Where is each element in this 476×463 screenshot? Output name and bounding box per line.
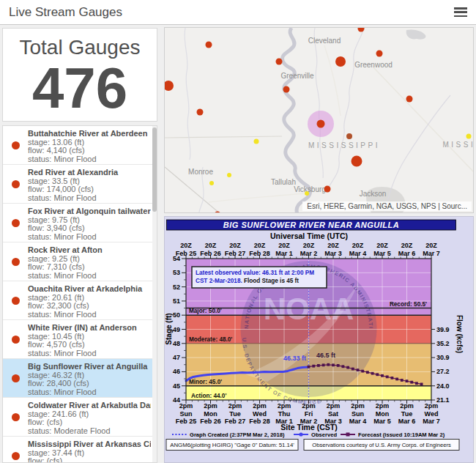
map-gauge-dot[interactable] [215,212,221,214]
map-gauge-dot[interactable] [352,156,362,167]
svg-text:Feb 28: Feb 28 [249,418,270,425]
gauge-item-text: Red River at Alexandria [28,168,151,177]
svg-text:Fri: Fri [305,410,313,418]
forecast-marker [386,375,389,378]
svg-text:Mar 4: Mar 4 [349,418,367,425]
svg-text:Mar 6: Mar 6 [398,418,416,425]
svg-text:2pm: 2pm [327,402,341,410]
gauge-item-text: stage: 20.61 (ft) [28,294,151,303]
map-gauge-dot[interactable] [206,42,212,48]
map-gauge-dot[interactable] [317,120,325,128]
svg-text:Mon: Mon [204,410,217,418]
gauge-list-item[interactable]: Mississippi River at Arkansas Citystage:… [3,437,157,463]
svg-text:Mar 6: Mar 6 [398,250,416,257]
gauge-list-item[interactable]: White River (IN) at Andersonstage: 10.45… [3,320,157,359]
gauge-item-text: Fox River at Algonquin tailwater [28,207,151,216]
forecast-marker [342,365,345,368]
map-canvas[interactable]: ClevelandGreenvilleGreenwoodMISSISSIPPIM… [165,28,474,213]
flood-zone-label: Major: 50.0' [189,308,222,314]
svg-text:20Z: 20Z [229,242,241,249]
map-gauge-dot[interactable] [376,51,383,57]
gauge-item-text: flow: 174,000 (cfs) [28,185,151,194]
gauge-item-text: status: Minor Flood [28,272,151,281]
map-attribution[interactable]: Esri, HERE, Garmin, NGA, USGS, NPS | Sou… [302,201,472,211]
svg-text:Mar 4: Mar 4 [349,250,367,257]
forecast-marker [420,382,423,385]
map-gauge-dot[interactable] [335,56,346,67]
gauge-list-item[interactable]: Coldwater River at Arkabutla Damstage: 2… [3,398,157,437]
forecast-marker [395,378,398,381]
map-gauge-dot[interactable] [227,173,231,177]
svg-text:21.1: 21.1 [436,396,450,404]
svg-text:Thu: Thu [278,410,291,418]
map-gauge-dot[interactable] [197,109,204,116]
forecast-marker [327,363,330,366]
svg-text:Feb 27: Feb 27 [225,250,246,257]
gauge-item-text: flow: 4,570 (cfs) [28,341,151,349]
gauge-item-text: stage: 9.75 (ft) [28,216,151,225]
svg-text:20Z: 20Z [205,242,217,249]
svg-text:Mar 7: Mar 7 [423,418,440,425]
map-place-label: Tallulah [271,178,296,186]
gage-datum-text: ANGM6(plotting HGIRG) "Gage 0" Datum: 51… [170,442,294,448]
gauge-list-item[interactable]: Fox River at Algonquin tailwaterstage: 9… [3,204,157,242]
gauge-list: Buttahatchie River at Aberdeenstage: 13.… [2,125,157,463]
svg-text:49: 49 [173,326,180,333]
svg-text:Tue: Tue [229,410,240,418]
svg-text:Feb 26: Feb 26 [200,250,221,257]
svg-text:Tue: Tue [401,410,412,418]
gauge-item-text: flow: 3,940 (cfs) [28,224,151,233]
forecast-marker [366,371,369,374]
gauge-list-item[interactable]: Big Sunflower River at Anguillastage: 46… [3,359,157,398]
svg-text:Mar 1: Mar 1 [275,250,293,257]
map-gauge-dot[interactable] [346,133,352,139]
gauge-list-item[interactable]: Ouachita River at Arkadelphiastage: 20.6… [3,281,157,320]
list-scrollbar-thumb[interactable] [152,127,157,212]
forecast-peak-label: 46.5 ft [316,352,335,359]
map-gauge-dot[interactable] [358,28,365,32]
map-place-label: Cleveland [308,37,341,45]
map-place-label: Greenwood [354,61,393,69]
gauge-item-text: flow: (cfs) [28,418,151,427]
map-place-label: MISSISSIPPI [308,141,380,149]
gauge-list-item[interactable]: Buttahatchie River at Aberdeenstage: 13.… [3,126,157,165]
hydrograph-panel: BIG SUNFLOWER RIVER NEAR ANGUILLAUnivers… [164,216,474,463]
svg-text:2pm: 2pm [400,402,414,410]
map-gauge-dot[interactable] [283,86,290,93]
forecast-marker [410,381,413,384]
gauge-item-text: stage: 241.66 (ft) [28,410,151,419]
map-gauge-dot[interactable] [406,96,413,103]
svg-text:2pm: 2pm [228,402,242,410]
map-gauge-dot[interactable] [276,59,283,65]
svg-text:53: 53 [173,269,180,276]
svg-text:Observed: Observed [311,431,337,438]
forecast-marker [406,379,409,382]
gauge-item-text: status: Minor Flood [28,388,151,397]
map-gauge-dot[interactable] [305,191,309,196]
map-gauge-dot[interactable] [209,181,214,185]
gauge-item-text: Big Sunflower River at Anguilla [28,363,151,371]
list-scrollbar[interactable] [152,126,157,462]
gauge-item-text: Rock River at Afton [28,246,151,255]
svg-text:54: 54 [173,255,180,262]
observations-credit-text: Observations courtesy of U.S. Army Corps… [312,442,451,448]
gauge-item-text: stage: 10.45 (ft) [28,333,151,341]
latest-observed-line2: CST 2-Mar-2018. Flood Stage is 45 ft [196,278,299,284]
map-gauge-dot[interactable] [254,139,259,144]
map-gauge-dot[interactable] [165,81,174,91]
chart-title: BIG SUNFLOWER RIVER NEAR ANGUILLA [223,221,399,229]
gauge-item-text: status: Minor Flood [28,311,151,319]
gauge-status-dot [12,413,20,421]
forecast-marker [361,370,364,373]
map-gauge-dot[interactable] [324,186,331,193]
gauge-list-item[interactable]: Red River at Alexandriastage: 33.5 (ft)f… [3,165,157,204]
svg-text:Mon: Mon [376,410,390,418]
hamburger-menu-icon[interactable] [454,7,467,18]
chart-legend: Graph Created (2:37PM Mar 2, 2018)Observ… [172,431,445,438]
flood-zone-label: Moderate: 48.0' [189,336,232,343]
observed-peak-label: 46.33 ft [283,355,306,362]
svg-text:2pm: 2pm [253,402,267,410]
map-panel[interactable]: ClevelandGreenvilleGreenwoodMISSISSIPPIM… [164,27,474,213]
gauge-list-item[interactable]: Rock River at Aftonstage: 9.25 (ft)flow:… [3,242,157,281]
map-gauge-dot[interactable] [466,134,472,139]
